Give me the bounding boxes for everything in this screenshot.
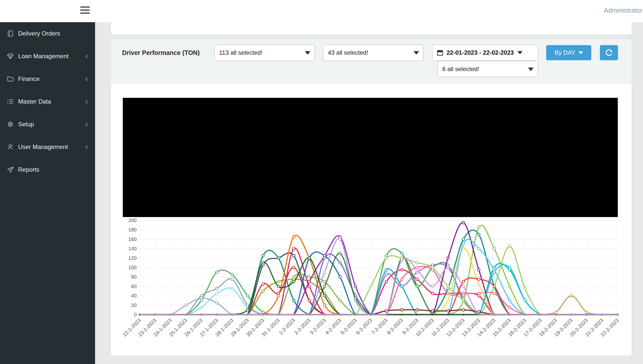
- sidebar-item-label: Finance: [18, 75, 40, 82]
- previous-panel-fragment: [111, 22, 632, 35]
- folder-icon: [7, 75, 18, 83]
- sidebar-item-label: Loan Management: [18, 53, 69, 60]
- chevron-left-icon: ‹: [85, 74, 88, 82]
- drivers-filter-dropdown[interactable]: 113 all selected!: [214, 45, 315, 61]
- svg-text:140: 140: [128, 246, 137, 251]
- paper-plane-icon: [7, 166, 18, 173]
- by-day-label: By DAY: [554, 49, 575, 56]
- svg-text:4-2-2023: 4-2-2023: [324, 317, 342, 336]
- top-bar: Administrator: [0, 0, 643, 22]
- svg-text:180: 180: [128, 227, 137, 232]
- refresh-button[interactable]: [600, 45, 618, 60]
- hamburger-menu-icon[interactable]: [80, 7, 90, 15]
- sidebar-item-finance[interactable]: Finance‹: [0, 68, 95, 90]
- line-chart-svg: 02040608010012014016018020022-1-202323-1…: [119, 216, 625, 355]
- svg-text:2-2-2023: 2-2-2023: [293, 317, 311, 336]
- driver-performance-panel: Driver Performance (TON) 113 all selecte…: [111, 39, 632, 356]
- sidebar: Delivery OrdersLoan Management‹Finance‹M…: [0, 22, 95, 364]
- panel-title: Driver Performance (TON): [122, 49, 200, 56]
- refresh-icon: [604, 48, 613, 57]
- svg-text:120: 120: [128, 255, 137, 261]
- sidebar-item-label: Reports: [18, 166, 39, 173]
- svg-text:100: 100: [128, 265, 137, 270]
- daterange-picker[interactable]: 22-01-2023 - 22-02-2023: [432, 45, 538, 61]
- chevron-left-icon: ‹: [85, 120, 88, 128]
- sidebar-item-master-data[interactable]: Master Data‹: [0, 90, 95, 113]
- chevron-down-icon: [305, 51, 310, 55]
- svg-text:200: 200: [128, 218, 137, 223]
- extra-filter-dropdown[interactable]: 6 all selected!: [437, 61, 538, 77]
- users-icon: [7, 143, 18, 151]
- chevron-down-icon: [578, 51, 583, 54]
- svg-text:3-2-2023: 3-2-2023: [309, 317, 327, 336]
- vehicles-filter-dropdown[interactable]: 43 all selected!: [323, 45, 423, 61]
- extra-filter-value: 6 all selected!: [442, 66, 479, 73]
- sidebar-item-reports[interactable]: Reports: [0, 158, 95, 181]
- list-icon: [7, 98, 18, 105]
- vehicles-filter-value: 43 all selected!: [328, 49, 368, 56]
- chevron-left-icon: ‹: [85, 142, 88, 150]
- chevron-down-icon: [517, 51, 522, 54]
- svg-text:20: 20: [131, 302, 137, 308]
- daterange-value: 22-01-2023 - 22-02-2023: [447, 49, 514, 56]
- drivers-filter-value: 113 all selected!: [219, 49, 262, 56]
- sidebar-nav: Delivery OrdersLoan Management‹Finance‹M…: [0, 22, 95, 181]
- svg-text:7-2-2023: 7-2-2023: [370, 317, 389, 336]
- panel-header: Driver Performance (TON) 113 all selecte…: [111, 39, 632, 84]
- chevron-left-icon: ‹: [85, 97, 88, 105]
- chevron-down-icon: [528, 68, 534, 71]
- sidebar-item-label: Setup: [18, 121, 34, 128]
- book-icon: [7, 30, 18, 37]
- chevron-down-icon: [414, 51, 419, 55]
- svg-text:6-2-2023: 6-2-2023: [355, 317, 373, 336]
- sidebar-item-label: User Management: [18, 143, 68, 150]
- svg-text:1-2-2023: 1-2-2023: [278, 317, 296, 336]
- redacted-legend-region: [123, 98, 618, 217]
- user-label: Administrator: [604, 7, 642, 14]
- calendar-icon: [436, 49, 444, 56]
- svg-text:8-2-2023: 8-2-2023: [386, 317, 404, 336]
- svg-text:160: 160: [128, 236, 137, 242]
- svg-text:40: 40: [131, 293, 137, 298]
- svg-text:60: 60: [131, 284, 137, 289]
- sidebar-item-loan-management[interactable]: Loan Management‹: [0, 45, 95, 68]
- by-day-button[interactable]: By DAY: [546, 45, 591, 60]
- sidebar-item-user-management[interactable]: User Management‹: [0, 136, 95, 158]
- sidebar-item-delivery-orders[interactable]: Delivery Orders: [0, 22, 95, 45]
- svg-text:0: 0: [134, 312, 137, 317]
- gear-icon: [7, 120, 18, 128]
- svg-text:80: 80: [131, 274, 137, 280]
- sidebar-item-setup[interactable]: Setup‹: [0, 113, 95, 136]
- performance-chart: 02040608010012014016018020022-1-202323-1…: [119, 216, 625, 355]
- sidebar-item-label: Delivery Orders: [18, 30, 60, 37]
- chevron-left-icon: ‹: [85, 52, 88, 60]
- svg-text:5-2-2023: 5-2-2023: [339, 317, 358, 336]
- gem-icon: [7, 52, 18, 60]
- sidebar-item-label: Master Data: [18, 98, 51, 105]
